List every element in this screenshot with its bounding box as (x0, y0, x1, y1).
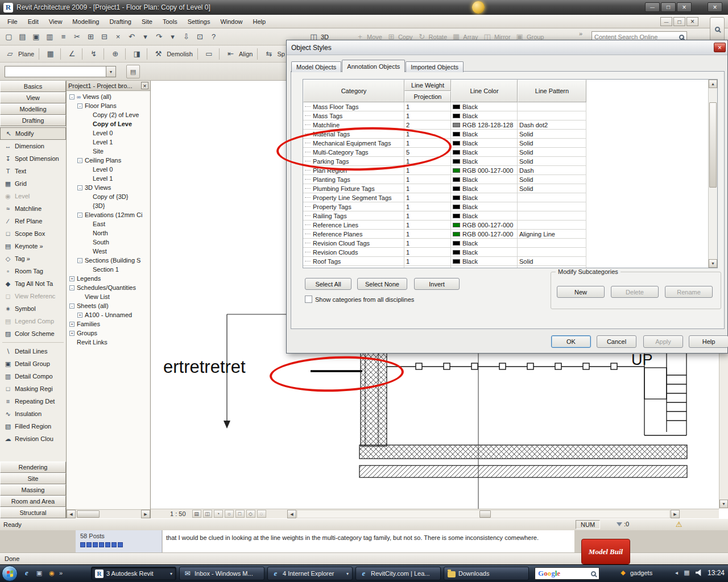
minimize-button[interactable] (645, 2, 660, 12)
dialog-close-button[interactable] (714, 43, 726, 52)
copy-icon[interactable]: ⊞ (84, 30, 97, 43)
dialog-title-bar[interactable]: Object Styles (287, 40, 727, 55)
line-color-cell[interactable]: RGB 000-127-000 (451, 221, 518, 230)
design-bar-tool[interactable]: T Text (0, 165, 66, 177)
tree-item[interactable]: ∞ Copy of Leve (68, 119, 149, 128)
design-bar-tab[interactable]: Rendering (0, 462, 66, 473)
line-color-cell[interactable]: Black (451, 239, 518, 248)
tree-expander[interactable]: - (77, 158, 82, 163)
design-bar-tab[interactable]: View (0, 92, 66, 103)
category-cell[interactable]: Property Tags (303, 202, 404, 211)
model-builder-logo[interactable]: Model Buil (581, 539, 630, 564)
save-icon[interactable]: ▣ (30, 30, 43, 43)
design-bar-tool[interactable]: ≡ Repeating Det (0, 395, 66, 408)
tree-expander[interactable]: - (77, 103, 82, 109)
table-row[interactable]: Mass Floor Tags 1 Black (303, 102, 709, 111)
line-weight-cell[interactable]: 1 (404, 221, 451, 230)
tree-item[interactable]: - ∞ Ceiling Plans (68, 156, 149, 165)
category-cell[interactable]: Reference Planes (303, 230, 404, 239)
category-cell[interactable]: Revision Cloud Tags (303, 239, 404, 248)
quick-launch-icon[interactable] (47, 568, 57, 578)
tree-expander[interactable]: + (77, 313, 82, 318)
design-bar-tab[interactable]: Basics (0, 81, 66, 92)
mdi-restore-button[interactable] (673, 17, 685, 26)
tree-expander[interactable]: + (69, 331, 75, 336)
new-icon[interactable]: ▢ (2, 30, 15, 43)
window-icon[interactable]: ⊡ (193, 30, 206, 43)
table-row[interactable]: Planting Tags 1 Black Solid (303, 175, 709, 184)
line-pattern-cell[interactable] (518, 111, 586, 120)
scrollbar-thumb[interactable] (709, 102, 717, 188)
line-pattern-cell[interactable]: Solid (518, 257, 586, 266)
search-icon[interactable] (679, 35, 684, 40)
table-row[interactable]: Revision Clouds 1 Black (303, 248, 709, 257)
tray-expand-icon[interactable]: ◂ (675, 569, 678, 576)
tree-item[interactable]: - ∞ 3D Views (68, 183, 149, 192)
mdi-close-button[interactable] (686, 17, 698, 26)
design-bar-tool[interactable]: ▨ Color Scheme (0, 327, 66, 340)
line-color-cell[interactable]: RGB 000-127-000 (451, 230, 518, 239)
tree-expander[interactable]: - (69, 285, 75, 290)
scroll-left-button[interactable] (287, 510, 296, 518)
3d-view-button[interactable]: 3D (321, 34, 329, 40)
tree-item[interactable]: + ∞ Groups (68, 329, 149, 338)
line-pattern-cell[interactable] (518, 248, 586, 257)
project-browser-close-icon[interactable]: × (141, 82, 148, 89)
design-bar-tab[interactable]: Drafting (0, 115, 66, 126)
tree-item[interactable]: ∞ North (68, 228, 149, 238)
line-weight-cell[interactable]: 1 (404, 248, 451, 257)
taskbar-button[interactable]: 4 Internet Explorer ▾ (267, 567, 353, 580)
table-row[interactable]: Railing Tags 1 Black (303, 211, 709, 221)
line-color-cell[interactable]: Black (451, 202, 518, 211)
undo-dropdown-icon[interactable]: ▾ (139, 30, 152, 43)
extra-close-button[interactable] (708, 2, 722, 12)
table-scrollbar[interactable] (708, 80, 717, 268)
quick-launch-icon[interactable] (22, 568, 32, 578)
type-selector-combo[interactable] (5, 66, 116, 77)
menu-item[interactable]: Drafting (104, 16, 136, 27)
design-bar-tool[interactable]: ∖ Detail Lines (0, 345, 66, 357)
line-color-cell[interactable]: Black (451, 211, 518, 221)
design-bar-tool[interactable]: ☁ Revision Clou (0, 433, 66, 445)
scrollbar-thumb[interactable] (77, 510, 100, 518)
design-bar-tab[interactable]: Site (0, 473, 66, 484)
shadows-icon[interactable]: ☼ (225, 510, 234, 518)
line-color-cell[interactable]: RGB 128-128-128 (451, 120, 518, 130)
tree-item[interactable]: - ∞ Sections (Building S (68, 256, 149, 265)
delete-button[interactable]: Delete (611, 286, 659, 298)
show-categories-checkbox[interactable]: Show categories from all disciplines (305, 296, 414, 303)
apply-button[interactable]: Apply (643, 335, 683, 348)
line-pattern-cell[interactable]: Dash dot2 (518, 120, 586, 130)
browser-horizontal-scrollbar[interactable] (67, 509, 150, 518)
line-pattern-cell[interactable]: Aligning Line (518, 230, 586, 239)
design-bar-tool[interactable]: ▣ Detail Group (0, 357, 66, 370)
attach-icon[interactable]: ⊕ (109, 47, 127, 60)
design-bar-tab[interactable]: Massing (0, 484, 66, 496)
line-pattern-cell[interactable] (518, 239, 586, 248)
angle-snap-icon[interactable]: ∠ (65, 47, 84, 60)
line-color-cell[interactable]: Black (451, 184, 518, 193)
design-bar-tool[interactable]: ∗ Symbol (0, 302, 66, 315)
scroll-up-button[interactable] (709, 80, 717, 88)
print-preview-icon[interactable]: ≡ (57, 30, 70, 43)
tree-item[interactable]: ∞ Revit Links (68, 338, 149, 347)
table-row[interactable]: Revision Cloud Tags 1 Black (303, 239, 709, 248)
design-bar-tool[interactable]: ≈ Matchline (0, 202, 66, 215)
table-row[interactable]: Property Tags 1 Black (303, 202, 709, 211)
category-cell[interactable]: Mass Tags (303, 111, 404, 120)
tree-item[interactable]: ∞ Level 0 (68, 165, 149, 174)
design-bar-tool[interactable]: ◻ View Referenc (0, 290, 66, 302)
open-icon[interactable]: ▤ (16, 30, 29, 43)
tab-model-objects[interactable]: Model Objects (291, 61, 341, 72)
opening-icon[interactable]: ▭ (202, 47, 221, 60)
line-weight-cell[interactable]: 1 (404, 193, 451, 202)
line-color-cell[interactable]: Black (451, 102, 518, 111)
scale-icon[interactable]: ▤ (192, 510, 201, 518)
tree-item[interactable]: - ∞ Sheets (all) (68, 301, 149, 310)
redo-icon[interactable]: ↷ (152, 30, 166, 43)
search-icon[interactable] (591, 571, 596, 576)
category-cell[interactable]: Railing Tags (303, 211, 404, 221)
design-bar-tool[interactable]: ∿ Insulation (0, 408, 66, 420)
warning-icon[interactable]: ⚠ (676, 520, 682, 529)
column-header-line-color[interactable]: Line Color (451, 80, 518, 102)
